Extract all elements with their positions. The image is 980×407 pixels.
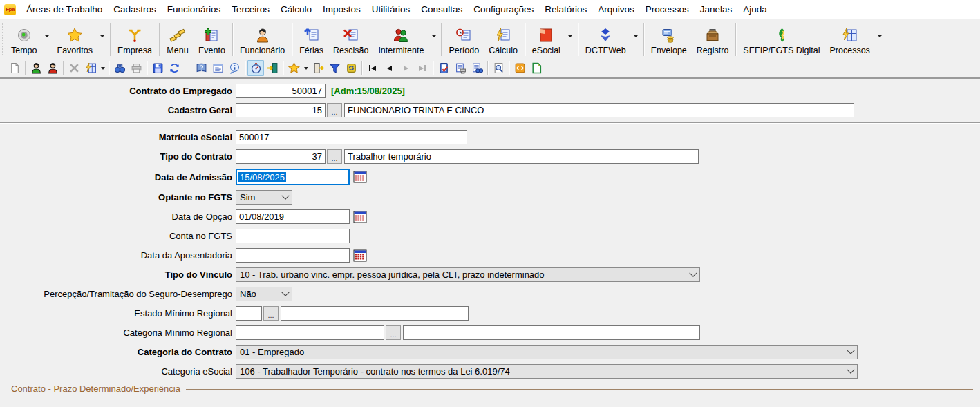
print-button[interactable] [128, 60, 144, 76]
menu-impostos[interactable]: Impostos [317, 1, 366, 17]
conta-fgts-input[interactable] [236, 229, 350, 243]
categoria-minimo-row: Categoria Mínimo Regional ... [0, 325, 980, 340]
print-report-button[interactable] [452, 60, 469, 76]
matricula-esocial-input[interactable] [236, 130, 467, 144]
estado-minimo-code-input[interactable] [236, 306, 262, 321]
stopwatch-icon [250, 62, 262, 74]
menu-janelas[interactable]: Janelas [695, 1, 738, 17]
info-button[interactable] [226, 60, 243, 76]
person-red-button[interactable] [44, 60, 61, 76]
categoria-esocial-select[interactable]: 106 - Trabalhador Temporário - contrato … [236, 364, 858, 379]
cadastro-geral-description-input[interactable] [344, 103, 854, 117]
menu-calculo[interactable]: Cálculo [275, 1, 317, 17]
lightning-form-dropdown-caret[interactable] [99, 67, 106, 70]
open-door-button[interactable] [310, 60, 326, 76]
favoritos-button[interactable]: Favoritos [53, 21, 97, 58]
estado-minimo-description-input[interactable] [281, 306, 469, 321]
menu-ajuda[interactable]: Ajuda [737, 1, 773, 17]
categoria-contrato-select[interactable]: 01 - Empregado [236, 345, 858, 359]
esocial-dropdown-caret[interactable] [565, 21, 576, 58]
tempo-dropdown-caret[interactable] [42, 21, 53, 58]
menu-terceiros[interactable]: Terceiros [226, 1, 275, 17]
exit-button[interactable] [264, 60, 281, 76]
sync-lock-button[interactable] [343, 60, 359, 76]
processos-button[interactable]: Processos [824, 21, 874, 58]
intermitente-button[interactable]: Intermitente [373, 21, 428, 58]
evento-button[interactable]: Evento [194, 21, 230, 58]
categoria-minimo-description-input[interactable] [403, 325, 700, 340]
processos-dropdown-caret[interactable] [875, 21, 885, 58]
person-green-button[interactable] [28, 60, 44, 76]
menu-arquivos[interactable]: Arquivos [592, 1, 640, 17]
data-aposentadoria-calendar-button[interactable] [352, 248, 368, 263]
data-admissao-input[interactable]: 15/08/2025 [236, 169, 350, 185]
tipo-contrato-lookup-button[interactable]: ... [327, 149, 342, 164]
categoria-minimo-code-input[interactable] [236, 325, 384, 340]
tipo-contrato-code-input[interactable] [236, 149, 326, 164]
menu-consultas[interactable]: Consultas [415, 1, 468, 17]
tipo-vinculo-select[interactable]: 10 - Trab. urbano vinc. empr. pessoa jur… [236, 267, 700, 282]
new-document-button[interactable] [6, 60, 23, 76]
search-button[interactable] [111, 60, 128, 76]
export-document-button[interactable] [528, 60, 545, 76]
calculo-button[interactable]: Cálculo [484, 21, 522, 58]
seguro-desemprego-select[interactable]: Não [236, 287, 292, 301]
nav-next-button[interactable] [397, 60, 414, 76]
contrato-empregado-input[interactable] [236, 84, 326, 98]
lightning-form-button[interactable] [82, 60, 99, 76]
cadastro-geral-code-input[interactable] [236, 103, 326, 117]
data-admissao-calendar-button[interactable] [352, 170, 368, 184]
refresh-button[interactable] [166, 60, 182, 76]
data-opcao-input[interactable] [236, 209, 350, 224]
delete-button[interactable] [66, 60, 82, 76]
intermitente-dropdown-caret[interactable] [428, 21, 439, 58]
cadastro-geral-lookup-button[interactable]: ... [327, 103, 342, 117]
favorites-button[interactable] [285, 60, 302, 76]
favorites-dropdown-caret[interactable] [302, 67, 310, 70]
menu-utilitarios[interactable]: Utilitários [366, 1, 416, 17]
preview-button[interactable] [490, 60, 507, 76]
menu-button[interactable]: Menu [162, 21, 194, 58]
stopwatch-button[interactable] [247, 60, 264, 76]
registro-button[interactable]: Registro [692, 21, 734, 58]
dctfweb-button[interactable]: DCTFWeb [581, 21, 631, 58]
estado-minimo-lookup-button[interactable]: ... [263, 306, 279, 321]
filter-button[interactable] [326, 60, 343, 76]
sefip-fgts-digital-button[interactable]: SEFIP/FGTS Digital [738, 21, 824, 58]
confirm-button[interactable] [435, 60, 452, 76]
nav-first-button[interactable] [364, 60, 381, 76]
help-button[interactable] [193, 60, 209, 76]
favoritos-dropdown-caret[interactable] [97, 21, 108, 58]
envelope-button[interactable]: Envelope [646, 21, 692, 58]
rescisao-button[interactable]: Rescisão [328, 21, 373, 58]
tempo-button[interactable]: Tempo [6, 21, 42, 58]
menu-configuracoes[interactable]: Configurações [468, 1, 539, 17]
funcionario-button[interactable]: Funcionário [235, 21, 290, 58]
periodo-button[interactable]: Período [444, 21, 484, 58]
nav-prev-button[interactable] [381, 60, 397, 76]
menu-processos[interactable]: Processos [640, 1, 695, 17]
optante-fgts-select[interactable]: Sim [236, 190, 292, 205]
toolbar-grip[interactable] [1, 23, 5, 55]
ferias-button[interactable]: Férias [294, 21, 328, 58]
search-report-button[interactable] [469, 60, 485, 76]
data-aposentadoria-input[interactable] [236, 248, 350, 263]
form-details-button[interactable] [209, 60, 226, 76]
empresa-button[interactable]: Empresa [113, 21, 157, 58]
esocial-button[interactable]: eSocial [527, 21, 565, 58]
cadastro-geral-label: Cadastro Geral [0, 105, 236, 115]
dctfweb-dropdown-caret[interactable] [631, 21, 641, 58]
conta-fgts-row: Conta no FGTS [0, 229, 980, 243]
estado-minimo-label: Estado Mínimo Regional [0, 308, 236, 319]
nav-last-button[interactable] [414, 60, 431, 76]
menu-areas-de-trabalho[interactable]: Áreas de Trabalho [21, 1, 108, 17]
new-document-icon [9, 62, 21, 74]
save-button[interactable] [149, 60, 166, 76]
menu-cadastros[interactable]: Cadastros [108, 1, 162, 17]
menu-funcionarios[interactable]: Funcionários [162, 1, 226, 17]
xml-button[interactable] [511, 60, 528, 76]
tipo-contrato-description-input[interactable] [344, 149, 699, 164]
menu-relatorios[interactable]: Relatórios [539, 1, 592, 17]
categoria-minimo-lookup-button[interactable]: ... [386, 325, 401, 340]
data-opcao-calendar-button[interactable] [352, 209, 368, 224]
